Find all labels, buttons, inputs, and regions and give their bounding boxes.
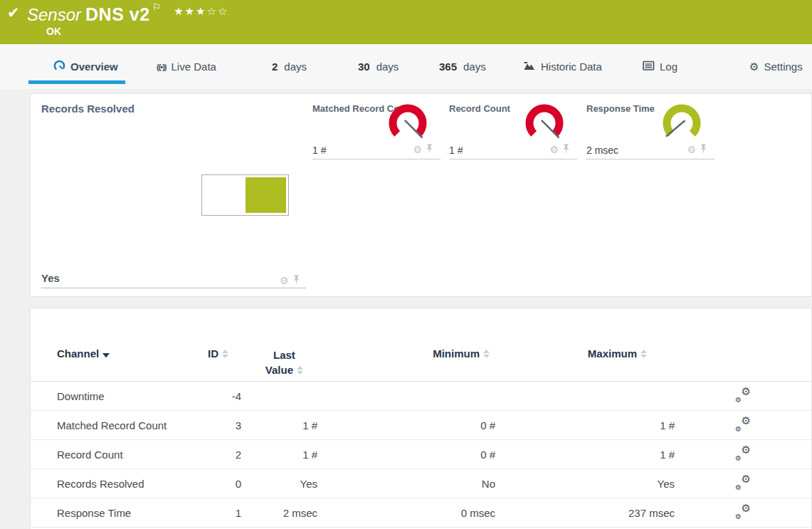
channel-maximum xyxy=(495,382,675,411)
status-check-icon: ✔ xyxy=(7,4,20,21)
table-header-row: Channel ID Last Value Minimum Maximum xyxy=(31,308,811,382)
column-header-channel[interactable]: Channel xyxy=(31,308,201,382)
stars-filled: ★★★ xyxy=(174,5,206,17)
priority-stars[interactable]: ★★★☆☆ xyxy=(174,5,228,17)
sort-icon xyxy=(297,363,303,378)
channel-settings-gears-icon[interactable]: ⚙⚙ xyxy=(735,417,751,431)
channel-settings-gears-icon[interactable]: ⚙⚙ xyxy=(735,446,751,461)
column-header-maximum[interactable]: Maximum xyxy=(495,308,675,382)
channel-name[interactable]: Matched Record Count xyxy=(31,411,201,440)
table-row-matched-record-count[interactable]: Matched Record Count 3 1 # 0 # 1 # ⚙⚙ xyxy=(31,411,811,440)
widget-underline xyxy=(41,288,306,288)
sort-icon xyxy=(483,348,490,360)
tab-label: Log xyxy=(660,61,677,73)
channel-settings-gears-icon[interactable]: ⚙⚙ xyxy=(735,505,751,519)
channel-id: -4 xyxy=(201,382,241,411)
gauge-widget-record-count: Record Count 1 # ⚙ xyxy=(449,103,577,159)
widget-gear-icon[interactable]: ⚙ xyxy=(549,145,559,154)
channel-name[interactable]: Response Time xyxy=(31,498,201,528)
pin-icon[interactable] xyxy=(700,143,707,156)
channel-settings-gears-icon[interactable]: ⚙⚙ xyxy=(735,388,751,402)
tab-label: Live Data xyxy=(172,61,216,73)
tab-overview[interactable]: Overview xyxy=(53,44,118,89)
channel-id: 0 xyxy=(201,469,241,498)
log-icon xyxy=(643,60,655,73)
tab-label: days xyxy=(284,61,307,73)
tab-365-days[interactable]: 365 days xyxy=(439,44,486,89)
gauge-title: Response Time xyxy=(586,103,655,114)
gauge-value: 1 # xyxy=(449,145,463,156)
sensor-status-badge: OK xyxy=(46,26,61,37)
channel-last-value: 2 msec xyxy=(241,498,317,528)
flag-icon[interactable]: ⚐ xyxy=(152,1,162,13)
tab-label: days xyxy=(376,61,399,73)
tab-2-days[interactable]: 2 days xyxy=(272,44,307,89)
channel-maximum: Yes xyxy=(495,469,675,498)
gauge-ring xyxy=(393,108,423,134)
sensor-name: DNS v2 xyxy=(85,4,150,24)
channel-last-value: Yes xyxy=(241,469,317,498)
records-resolved-chart xyxy=(201,174,289,216)
column-header-actions xyxy=(675,308,811,382)
gauge-widget-response-time: Response Time 2 msec ⚙ xyxy=(586,103,715,159)
gauge-value: 1 # xyxy=(312,145,326,156)
gauge-ring xyxy=(529,108,559,134)
tab-settings[interactable]: ⚙ Settings xyxy=(749,44,803,89)
channels-panel: Channel ID Last Value Minimum Maximum xyxy=(30,308,812,529)
tab-live-data[interactable]: ((•)) Live Data xyxy=(157,44,216,89)
column-header-last-value[interactable]: Last Value xyxy=(241,308,317,382)
widget-gear-icon[interactable]: ⚙ xyxy=(280,276,289,286)
table-row-response-time[interactable]: Response Time 1 2 msec 0 msec 237 msec ⚙… xyxy=(31,498,811,528)
gauge-record-count xyxy=(523,104,566,147)
gauge-title: Record Count xyxy=(449,103,510,114)
channel-minimum: 0 # xyxy=(317,440,495,469)
gauge-ring xyxy=(667,108,697,134)
channel-id: 3 xyxy=(201,411,241,440)
primary-channel-value: Yes xyxy=(41,272,60,284)
tab-historic-data[interactable]: Historic Data xyxy=(523,44,602,89)
channel-name[interactable]: Downtime xyxy=(31,382,201,411)
channel-maximum: 1 # xyxy=(495,411,675,440)
widget-gear-icon[interactable]: ⚙ xyxy=(687,145,696,154)
channel-minimum: No xyxy=(317,469,495,498)
pin-icon[interactable] xyxy=(426,143,433,156)
channel-name[interactable]: Record Count xyxy=(31,440,201,469)
channel-id: 1 xyxy=(201,498,241,528)
tab-log[interactable]: Log xyxy=(643,44,677,89)
overview-panel: Records Resolved Yes ⚙ Matched Record Co… xyxy=(30,93,812,297)
column-header-minimum[interactable]: Minimum xyxy=(317,308,495,382)
channel-id: 2 xyxy=(201,440,241,469)
tab-30-days[interactable]: 30 days xyxy=(358,44,399,89)
tab-bar: Overview ((•)) Live Data 2 days 30 days … xyxy=(0,44,812,89)
widget-toolbar: ⚙ xyxy=(549,143,570,156)
channel-settings-gears-icon[interactable]: ⚙⚙ xyxy=(735,476,751,490)
sensor-header: ✔ SensorDNS v2⚐★★★☆☆ OK xyxy=(0,0,812,44)
table-row-records-resolved[interactable]: Records Resolved 0 Yes No Yes ⚙⚙ xyxy=(31,469,811,498)
channel-minimum xyxy=(317,382,495,411)
widget-gear-icon[interactable]: ⚙ xyxy=(413,145,422,154)
channel-name[interactable]: Records Resolved xyxy=(31,469,201,498)
gauge-response-time xyxy=(660,104,703,147)
tab-number: 30 xyxy=(358,61,370,73)
tab-number: 2 xyxy=(272,61,278,73)
widget-toolbar: ⚙ xyxy=(280,274,300,287)
stars-empty: ☆☆ xyxy=(207,5,229,17)
channel-maximum: 1 # xyxy=(495,440,675,469)
channel-minimum: 0 msec xyxy=(317,498,495,528)
tab-label: days xyxy=(463,61,486,73)
primary-channel-title: Records Resolved xyxy=(41,103,135,115)
column-header-id[interactable]: ID xyxy=(201,308,241,382)
tab-number: 365 xyxy=(439,61,457,73)
table-row-record-count[interactable]: Record Count 2 1 # 0 # 1 # ⚙⚙ xyxy=(31,440,811,469)
channel-last-value: 1 # xyxy=(241,411,317,440)
tab-label: Settings xyxy=(764,61,802,73)
channel-minimum: 0 # xyxy=(317,411,495,440)
gauge-matched-record-count xyxy=(386,104,429,147)
pin-icon[interactable] xyxy=(562,143,570,156)
sort-desc-icon xyxy=(102,348,110,360)
pin-icon[interactable] xyxy=(292,274,300,287)
table-row-downtime[interactable]: Downtime -4 ⚙⚙ xyxy=(31,382,811,411)
tab-label: Overview xyxy=(70,61,118,73)
live-data-icon: ((•)) xyxy=(157,63,167,71)
channel-last-value xyxy=(241,382,317,411)
